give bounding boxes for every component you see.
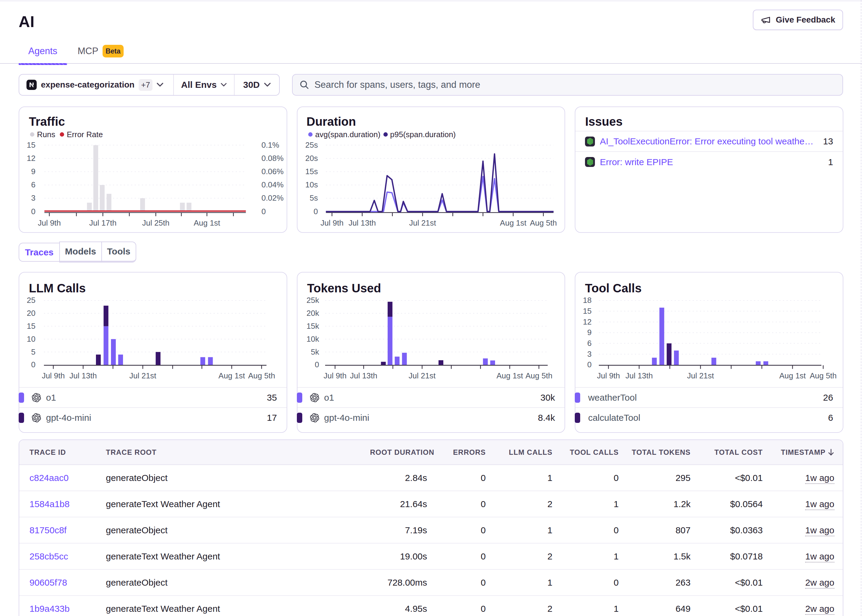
svg-text:Aug 5th: Aug 5th — [248, 371, 275, 380]
svg-text:3: 3 — [31, 193, 36, 203]
svg-text:18: 18 — [583, 295, 592, 305]
svg-text:25k: 25k — [306, 295, 319, 305]
svg-text:5s: 5s — [309, 193, 318, 203]
svg-text:Jul 9th: Jul 9th — [597, 371, 620, 380]
svg-text:10k: 10k — [306, 335, 319, 344]
svg-text:Jul 17th: Jul 17th — [89, 218, 116, 227]
svg-text:9: 9 — [587, 328, 592, 337]
svg-text:Jul 9th: Jul 9th — [42, 371, 65, 380]
svg-text:6: 6 — [587, 339, 592, 348]
svg-text:Aug 5th: Aug 5th — [810, 371, 837, 380]
svg-text:Jul 13th: Jul 13th — [348, 218, 376, 227]
svg-text:Traffic: Traffic — [29, 115, 65, 128]
svg-text:20k: 20k — [306, 309, 319, 317]
svg-text:20: 20 — [27, 309, 36, 317]
svg-text:5: 5 — [31, 347, 36, 357]
svg-text:Tokens Used: Tokens Used — [307, 281, 381, 295]
svg-text:avg(span.duration): avg(span.duration) — [315, 130, 380, 139]
svg-text:Tool Calls: Tool Calls — [585, 281, 642, 295]
svg-text:Jul 9th: Jul 9th — [323, 371, 347, 380]
svg-text:0.08%: 0.08% — [261, 154, 284, 163]
svg-text:Jul 13th: Jul 13th — [626, 371, 653, 380]
svg-text:12: 12 — [27, 154, 36, 163]
svg-text:Jul 13th: Jul 13th — [350, 371, 377, 380]
svg-text:Jul 21st: Jul 21st — [409, 218, 436, 227]
svg-text:Aug 1st: Aug 1st — [218, 371, 245, 380]
svg-text:0.04%: 0.04% — [261, 180, 284, 189]
svg-text:15k: 15k — [306, 322, 319, 330]
svg-text:Jul 21st: Jul 21st — [408, 371, 435, 380]
svg-text:25: 25 — [27, 295, 36, 305]
svg-text:0: 0 — [587, 360, 592, 369]
svg-text:0: 0 — [313, 207, 318, 216]
svg-text:0: 0 — [31, 360, 36, 369]
svg-text:Runs: Runs — [37, 130, 55, 139]
svg-text:0: 0 — [261, 207, 265, 216]
svg-text:0: 0 — [315, 360, 319, 369]
svg-text:Duration: Duration — [306, 115, 356, 128]
svg-text:12: 12 — [583, 317, 592, 326]
svg-text:15: 15 — [27, 322, 36, 330]
svg-text:5k: 5k — [311, 347, 319, 357]
svg-text:p95(span.duration): p95(span.duration) — [390, 130, 456, 139]
svg-text:9: 9 — [31, 167, 36, 176]
svg-text:LLM Calls: LLM Calls — [29, 281, 86, 295]
svg-text:25s: 25s — [305, 140, 318, 149]
svg-text:15s: 15s — [305, 167, 318, 176]
svg-text:Aug 5th: Aug 5th — [526, 371, 553, 380]
svg-text:10: 10 — [27, 335, 36, 344]
svg-text:0: 0 — [31, 207, 36, 216]
svg-text:Aug 1st: Aug 1st — [500, 218, 527, 227]
svg-text:Jul 21st: Jul 21st — [687, 371, 714, 380]
svg-text:0.02%: 0.02% — [261, 193, 284, 203]
svg-text:Jul 13th: Jul 13th — [69, 371, 97, 380]
svg-text:0.06%: 0.06% — [261, 167, 284, 176]
svg-text:6: 6 — [31, 180, 36, 189]
svg-text:Jul 21st: Jul 21st — [129, 371, 156, 380]
svg-text:Aug 1st: Aug 1st — [194, 218, 220, 227]
svg-text:Aug 1st: Aug 1st — [779, 371, 806, 380]
svg-text:Jul 9th: Jul 9th — [38, 218, 61, 227]
svg-text:20s: 20s — [305, 154, 318, 163]
svg-text:3: 3 — [587, 349, 592, 358]
svg-text:15: 15 — [27, 140, 36, 149]
svg-text:Aug 5th: Aug 5th — [530, 218, 557, 227]
svg-text:10s: 10s — [305, 180, 318, 189]
svg-text:15: 15 — [583, 306, 592, 316]
svg-text:Jul 9th: Jul 9th — [320, 218, 344, 227]
svg-text:Jul 25th: Jul 25th — [142, 218, 170, 227]
svg-text:Error Rate: Error Rate — [67, 130, 103, 139]
svg-text:Aug 1st: Aug 1st — [496, 371, 523, 380]
svg-text:0.1%: 0.1% — [261, 140, 279, 149]
